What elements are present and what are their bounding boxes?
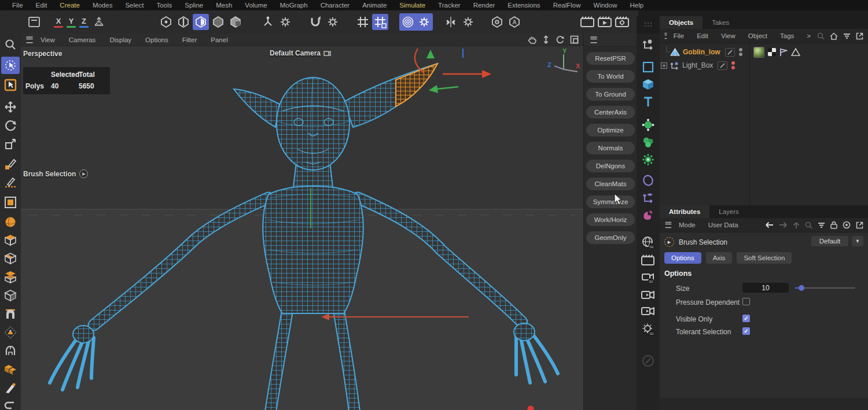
instance-icon[interactable]	[639, 190, 657, 206]
viewport-menu-cameras[interactable]: Cameras	[62, 36, 103, 43]
cube-primitive-icon[interactable]	[639, 76, 657, 93]
text-object-icon[interactable]	[639, 94, 657, 110]
tab-layers[interactable]: Layers	[709, 205, 748, 218]
scale-icon[interactable]	[1, 135, 20, 153]
edit-pencil-icon[interactable]	[718, 61, 727, 70]
annotate-icon[interactable]: A	[506, 14, 523, 30]
menu-simulate[interactable]: Simulate	[393, 2, 432, 9]
menu-edit[interactable]: Edit	[30, 2, 54, 9]
workplane-icon[interactable]	[91, 14, 107, 30]
home-icon[interactable]	[830, 32, 838, 40]
menu-realflow[interactable]: RealFlow	[547, 2, 587, 9]
viewport[interactable]: View Cameras Display Options Filter Pane…	[21, 34, 583, 410]
search-icon[interactable]	[817, 32, 825, 40]
size-input[interactable]: 10	[742, 283, 789, 293]
grid-snap-icon[interactable]	[355, 14, 371, 30]
circle-spline-icon[interactable]	[639, 172, 657, 189]
render-picture-viewer-icon[interactable]	[597, 14, 613, 30]
orange-square-icon[interactable]	[1, 194, 20, 211]
to-world-button[interactable]: To World	[586, 70, 635, 83]
menu-character[interactable]: Character	[314, 2, 356, 9]
viewport-menu-icon[interactable]	[26, 36, 32, 43]
polygon-pen-icon[interactable]	[1, 156, 20, 173]
phong-tag[interactable]	[791, 48, 800, 56]
back-arrow-icon[interactable]	[765, 221, 774, 228]
light-gi-icon[interactable]: GI	[639, 322, 657, 338]
to-ground-button[interactable]: To Ground	[586, 88, 635, 101]
object-row-goblin-low[interactable]: Goblin_low	[663, 46, 742, 58]
cube-stack-icon[interactable]	[1, 268, 20, 286]
menu-create[interactable]: Create	[53, 2, 86, 9]
live-selection-icon[interactable]	[1, 57, 20, 74]
lock-icon[interactable]	[830, 221, 837, 229]
pressure-dependent-checkbox[interactable]	[742, 298, 750, 305]
texture-mode-icon[interactable]	[227, 14, 244, 30]
orbit-icon[interactable]	[556, 35, 564, 44]
viewport-menu-panel[interactable]: Panel	[204, 36, 234, 43]
objects-menu-icon[interactable]	[665, 33, 667, 39]
points-mode-icon[interactable]	[158, 14, 174, 30]
optimize-button[interactable]: Optimize	[586, 124, 635, 136]
cleanmats-button[interactable]: CleanMats	[586, 178, 635, 190]
cube-top-icon[interactable]	[1, 231, 20, 249]
symmetry-icon[interactable]	[443, 14, 459, 30]
tolerant-selection-checkbox[interactable]	[742, 327, 750, 335]
rectangle-spline-icon[interactable]	[639, 59, 657, 75]
tab-objects[interactable]: Objects	[660, 16, 703, 29]
menu-render[interactable]: Render	[467, 2, 502, 9]
tab-axis[interactable]: Axis	[706, 252, 733, 264]
knife-icon[interactable]	[1, 379, 20, 397]
camera-label[interactable]: Default Camera	[270, 49, 331, 57]
objects-menu-edit[interactable]: Edit	[690, 32, 715, 39]
options-section-title[interactable]: Options	[664, 269, 692, 278]
size-slider[interactable]	[795, 283, 855, 293]
preset-caret-button[interactable]: ▼	[852, 236, 863, 246]
viewport-menu-display[interactable]: Display	[102, 36, 138, 43]
normals-button[interactable]: Normals	[586, 142, 635, 154]
up-arrow-icon[interactable]	[793, 221, 800, 229]
resetpsr-button[interactable]: ResetPSR	[586, 52, 635, 65]
filter-icon[interactable]	[843, 33, 851, 39]
tab-attributes[interactable]: Attributes	[660, 205, 709, 218]
camera-gi-icon[interactable]: GI	[639, 269, 657, 286]
command-palette-menu-icon[interactable]	[590, 36, 597, 43]
work-horiz-button[interactable]: Work/Horiz	[586, 213, 635, 226]
menu-window[interactable]: Window	[587, 2, 624, 9]
uvw-tag[interactable]	[768, 48, 776, 56]
geomonly-button[interactable]: GeomOnly	[586, 231, 635, 244]
cube-dark-icon[interactable]	[1, 287, 20, 304]
target-gear-icon[interactable]	[416, 14, 432, 30]
menu-mesh[interactable]: Mesh	[209, 2, 238, 9]
model-mode-icon[interactable]	[210, 14, 226, 30]
kinematics-gear-icon[interactable]	[277, 14, 293, 30]
centeraxis-button[interactable]: CenterAxis	[586, 106, 635, 119]
menu-select[interactable]: Select	[119, 2, 150, 9]
attributes-menu-icon[interactable]	[665, 222, 672, 228]
helmet-icon[interactable]	[1, 342, 20, 360]
menu-extensions[interactable]: Extensions	[501, 2, 546, 9]
clamp-icon[interactable]	[1, 398, 20, 410]
axis-lock-y-button[interactable]: Y	[67, 14, 76, 29]
object-name[interactable]: Goblin_low	[683, 48, 720, 56]
background-icon[interactable]	[639, 252, 657, 268]
menu-animate[interactable]: Animate	[356, 2, 393, 9]
polygon-object-icon[interactable]	[670, 48, 680, 57]
menu-tracker[interactable]: Tracker	[432, 2, 467, 9]
tab-takes[interactable]: Takes	[703, 16, 738, 29]
polygon-mode-icon[interactable]	[193, 14, 209, 30]
viewport-menu-options[interactable]: Options	[138, 36, 175, 43]
dolly-icon[interactable]	[542, 35, 550, 44]
preset-dropdown[interactable]: Default	[811, 236, 848, 246]
menu-tools[interactable]: Tools	[150, 2, 178, 9]
grid-snap-active-icon[interactable]	[372, 14, 388, 30]
magnet-gear-icon[interactable]	[325, 14, 341, 30]
expand-icon[interactable]	[856, 32, 863, 40]
magnifier-icon[interactable]	[1, 36, 20, 53]
objects-menu-object[interactable]: Object	[742, 32, 774, 39]
menu-mograph[interactable]: MoGraph	[274, 2, 314, 9]
hexagon-eye-icon[interactable]	[489, 14, 505, 30]
metaball-icon[interactable]	[639, 134, 657, 150]
symmetrize-button[interactable]: Symmetrize	[586, 195, 635, 208]
maximize-icon[interactable]	[570, 35, 579, 44]
undo-box-icon[interactable]	[26, 14, 42, 30]
